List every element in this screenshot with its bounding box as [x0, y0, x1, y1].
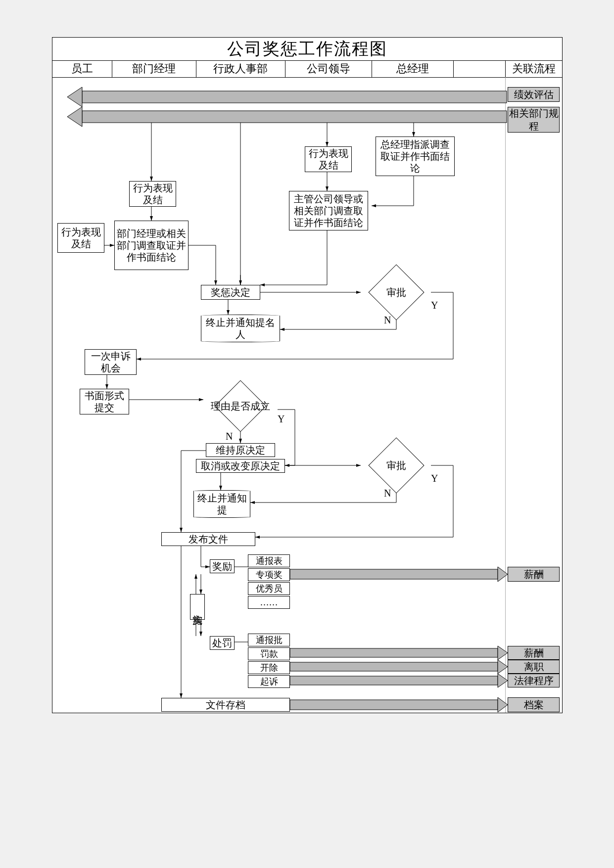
node-commend: 通报表 [248, 554, 290, 567]
label-y1: Y [431, 300, 438, 311]
svg-rect-2 [82, 111, 507, 123]
node-leader-behavior: 行为表现及结 [305, 146, 352, 172]
node-sue: 起诉 [248, 675, 290, 688]
node-decision: 奖惩决定 [201, 285, 260, 300]
col-leader: 公司领导 [285, 60, 372, 77]
label-n1: N [384, 315, 391, 326]
ref-dept-rules: 相关部门规程 [508, 107, 560, 133]
node-written: 书面形式提交 [80, 389, 129, 414]
svg-rect-6 [290, 648, 498, 657]
col-employee: 员工 [52, 60, 112, 77]
label-y2: Y [431, 473, 438, 484]
ref-salary-1: 薪酬 [508, 567, 560, 582]
node-terminate-2: 终止并通知提 [193, 490, 250, 518]
node-emp-behavior: 行为表现及结 [57, 223, 104, 253]
node-gm-investigation: 总经理指派调查取证并作书面结论 [376, 137, 455, 176]
node-mgr-investigation: 部门经理或相关部门调查取证并作书面结论 [114, 221, 189, 270]
label-y-reason: Y [278, 413, 284, 425]
node-excellent: 优秀员 [248, 582, 290, 595]
svg-rect-0 [82, 91, 507, 103]
ref-archive: 档案 [508, 697, 560, 712]
node-maintain: 维持原决定 [206, 443, 275, 457]
svg-marker-13 [498, 697, 508, 712]
node-appeal: 一次申诉机会 [85, 349, 137, 375]
flowchart-frame: 公司奖惩工作流程图 员工 部门经理 行政人事部 公司领导 总经理 关联流程 [52, 37, 563, 713]
node-terminate-1: 终止并通知提名人 [201, 315, 280, 342]
ref-salary-2: 薪酬 [508, 646, 560, 660]
node-dots: …… [248, 596, 290, 609]
svg-marker-1 [67, 87, 82, 107]
node-mgr-behavior: 行为表现及结 [129, 181, 176, 207]
col-dept-mgr: 部门经理 [112, 60, 196, 77]
node-reward: 奖励 [210, 559, 235, 573]
svg-rect-8 [290, 662, 498, 671]
node-publish: 发布文件 [161, 532, 255, 546]
node-implement: 实施 [190, 594, 205, 620]
svg-marker-5 [498, 567, 508, 582]
label-n2: N [384, 488, 391, 499]
col-gm-spacer [453, 60, 505, 77]
svg-rect-12 [290, 700, 498, 710]
node-archive-doc: 文件存档 [161, 698, 290, 712]
chart-title: 公司奖惩工作流程图 [52, 38, 562, 60]
node-change: 取消或改变原决定 [196, 459, 285, 473]
col-hr: 行政人事部 [196, 60, 285, 77]
node-special-award: 专项奖 [248, 568, 290, 581]
svg-marker-7 [498, 646, 508, 660]
col-gm: 总经理 [372, 60, 453, 77]
node-approval-1: 审批 [362, 265, 431, 320]
node-criticize: 通报批 [248, 634, 290, 646]
node-dismiss: 开除 [248, 661, 290, 674]
svg-rect-4 [290, 569, 498, 579]
ref-perf-eval: 绩效评估 [508, 87, 560, 102]
divider [52, 77, 562, 78]
ref-legal: 法律程序 [508, 674, 560, 687]
node-approval-2: 审批 [362, 438, 431, 493]
svg-rect-10 [290, 676, 498, 685]
connectors [52, 38, 562, 713]
label-n-reason: N [226, 431, 233, 442]
svg-marker-9 [498, 660, 508, 674]
lane-sep [505, 77, 506, 713]
ref-leave: 离职 [508, 660, 560, 674]
node-leader-investigation: 主管公司领导或相关部门调查取证并作书面结论 [289, 191, 368, 230]
svg-marker-3 [67, 107, 82, 127]
col-related: 关联流程 [505, 60, 562, 77]
svg-marker-11 [498, 674, 508, 687]
node-punish: 处罚 [210, 636, 235, 650]
node-fine: 罚款 [248, 647, 290, 660]
node-reason: 理由是否成立 [203, 381, 278, 431]
